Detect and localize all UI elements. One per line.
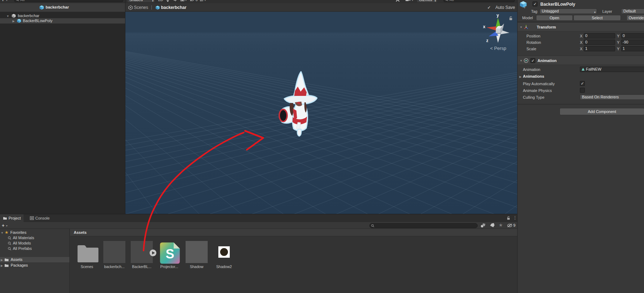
model-select-button[interactable]: Select: [573, 15, 621, 21]
project-panel: Project Console ⋮ + ▾ ★ 9: [0, 214, 517, 293]
grid-toggle-icon[interactable]: [199, 0, 204, 2]
search-icon: [371, 224, 374, 227]
tree-row-all-materials[interactable]: All Materials: [0, 235, 69, 241]
search-by-type-icon[interactable]: [481, 223, 485, 228]
camera-icon[interactable]: [405, 0, 411, 1]
model-open-button[interactable]: Open: [536, 15, 573, 21]
favorites-star-icon: ★: [5, 230, 9, 235]
create-dropdown-caret[interactable]: ▾: [6, 224, 7, 227]
hierarchy-scene-header[interactable]: backerbchar: [0, 3, 125, 12]
scene-canvas[interactable]: y x z < Persp: [125, 12, 517, 214]
breadcrumb-root[interactable]: Scenes: [134, 5, 148, 10]
culling-type-label: Culling Type: [523, 95, 544, 99]
foldout-open-icon[interactable]: ▼: [520, 26, 523, 29]
tag-dropdown[interactable]: Untagged▾: [540, 9, 597, 14]
animation-component-header[interactable]: ▼ ✓ Animation: [518, 56, 644, 65]
active-checkbox[interactable]: ✓: [533, 1, 537, 6]
asset-label: Scenes: [72, 264, 102, 269]
favorite-search-star-icon[interactable]: ★: [499, 222, 503, 228]
folder-icon: [77, 242, 99, 265]
unity-editor-window: + ▾ All backerbchar ▼ backerbchar ▶: [0, 0, 644, 293]
tree-row-all-prefabs[interactable]: All Prefabs: [0, 246, 69, 251]
asset-backerblowpoly-model[interactable]: BackerBL...: [129, 241, 155, 268]
hierarchy-row-backerblowpoly[interactable]: ▶ BackerBLowPoly: [0, 18, 125, 24]
project-search-input[interactable]: [369, 223, 478, 228]
audio-toggle-icon[interactable]: [173, 0, 177, 2]
component-tools-icon[interactable]: [395, 0, 400, 2]
perspective-label[interactable]: < Persp: [490, 46, 506, 51]
camera-dropdown-caret[interactable]: ▾: [412, 0, 413, 2]
asset-shadow-model[interactable]: Shadow: [183, 241, 210, 268]
tree-row-all-models[interactable]: All Models: [0, 241, 69, 246]
layer-dropdown[interactable]: Default: [621, 9, 644, 14]
hierarchy-search-placeholder: All: [20, 0, 25, 2]
project-folder-tree: ▼ ★ Favorites All Materials All Models A…: [0, 229, 70, 293]
wizard-character-model[interactable]: [275, 69, 325, 138]
play-automatically-checkbox[interactable]: ✓: [580, 81, 585, 86]
animate-physics-label: Animate Physics: [523, 88, 552, 93]
model-thumbnail: [103, 241, 125, 263]
axis-x-cone[interactable]: [487, 26, 496, 31]
prefab-icon-dropdown-caret[interactable]: ▾: [524, 6, 525, 9]
animations-foldout-label[interactable]: Animations: [523, 74, 544, 78]
hidden-objects-icon[interactable]: [190, 0, 195, 1]
hierarchy-scene-name: backerbchar: [46, 5, 69, 9]
breadcrumb-current[interactable]: backerbchar: [161, 5, 186, 10]
tab-project[interactable]: Project: [0, 214, 24, 222]
asset-backerbchar-model[interactable]: backerbch...: [101, 241, 128, 268]
create-dropdown-caret[interactable]: ▾: [6, 0, 7, 2]
search-by-label-icon[interactable]: [490, 223, 495, 228]
search-icon: [8, 236, 11, 240]
animate-physics-checkbox[interactable]: [580, 88, 585, 93]
hierarchy-row-backerbchar[interactable]: ▼ backerbchar: [0, 13, 125, 19]
hidden-packages-icon[interactable]: [507, 223, 513, 227]
model-overrides-button[interactable]: Overrides: [627, 15, 644, 21]
hierarchy-search-input[interactable]: All: [14, 0, 123, 2]
tree-row-favorites[interactable]: ▼ ★ Favorites: [0, 230, 69, 235]
foldout-closed-icon[interactable]: ▶: [12, 20, 15, 23]
play-expand-icon[interactable]: [149, 249, 157, 257]
tab-console[interactable]: Console: [27, 214, 52, 222]
search-icon: [16, 0, 19, 1]
rotation-x-field[interactable]: 0: [584, 40, 615, 45]
gizmo-cube[interactable]: [496, 29, 500, 33]
gizmos-dropdown[interactable]: Gizmos▾: [417, 0, 437, 2]
foldout-closed-icon[interactable]: ▶: [519, 75, 521, 78]
2d-toggle-button[interactable]: 2D: [158, 0, 163, 2]
foldout-closed-icon[interactable]: ▶: [1, 258, 3, 262]
scale-x-field[interactable]: 1: [584, 46, 615, 51]
auto-save-checkbox[interactable]: ✓: [487, 5, 491, 10]
transform-component-header[interactable]: ▼ Transform: [518, 22, 644, 31]
lock-icon[interactable]: [509, 16, 513, 21]
hierarchy-panel: + ▾ All backerbchar ▼ backerbchar ▶: [0, 0, 125, 214]
culling-type-dropdown[interactable]: Based On Renderers: [580, 94, 644, 100]
add-component-button[interactable]: Add Component: [560, 108, 644, 115]
asset-projector-substance[interactable]: S Projector...: [156, 241, 182, 268]
panel-menu-icon[interactable]: ⋮: [513, 215, 517, 220]
grid-dropdown-caret[interactable]: ▾: [204, 0, 206, 2]
effects-toggle-icon[interactable]: [180, 0, 185, 2]
foldout-open-icon[interactable]: ▼: [1, 231, 4, 235]
tree-row-packages[interactable]: ▶ Packages: [0, 263, 69, 268]
create-plus-button[interactable]: +: [1, 0, 4, 2]
create-plus-button[interactable]: +: [2, 223, 5, 228]
foldout-open-icon[interactable]: ▼: [520, 59, 523, 62]
position-y-field[interactable]: 0: [621, 33, 644, 38]
tree-row-assets[interactable]: ▶ Assets: [0, 257, 69, 262]
asset-shadow2-texture[interactable]: Shadow2: [211, 241, 237, 268]
lighting-toggle-icon[interactable]: [166, 0, 170, 2]
effects-dropdown-caret[interactable]: ▾: [185, 0, 187, 2]
shading-mode-dropdown[interactable]: Shaded▾: [127, 0, 155, 2]
asset-scenes-folder[interactable]: Scenes: [74, 241, 100, 268]
scale-y-field[interactable]: 1: [621, 46, 644, 51]
lock-icon[interactable]: [507, 216, 511, 220]
scene-view-toolbar: Shaded▾ 2D ▾ 0 ▾ ▾ Gizmos▾ All: [125, 0, 517, 3]
position-x-field[interactable]: 0: [584, 33, 615, 38]
animation-clip-object-field[interactable]: FallNEW: [580, 67, 644, 72]
rotation-y-field[interactable]: -90: [621, 40, 644, 45]
scene-search-input[interactable]: All: [443, 0, 515, 2]
animation-enabled-checkbox[interactable]: ✓: [530, 58, 535, 63]
foldout-open-icon[interactable]: ▼: [6, 15, 9, 18]
search-icon: [8, 242, 11, 245]
foldout-closed-icon[interactable]: ▶: [1, 264, 3, 267]
